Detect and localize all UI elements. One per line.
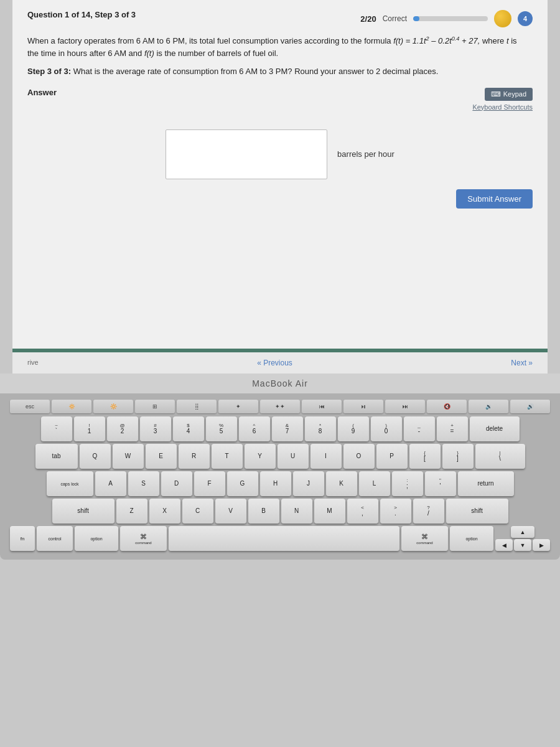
key-arrow-right[interactable]: ▶ — [533, 539, 550, 551]
key-s[interactable]: S — [128, 471, 159, 496]
answer-label: Answer — [27, 88, 57, 97]
key-l[interactable]: L — [359, 471, 390, 496]
key-quote[interactable]: "' — [425, 471, 456, 496]
correct-badge: Correct — [383, 14, 407, 23]
step-instruction: Step 3 of 3: What is the average rate of… — [27, 65, 533, 78]
key-delete[interactable]: delete — [470, 416, 520, 441]
t-var: t — [506, 36, 509, 45]
fn-key-escape[interactable]: esc — [10, 400, 50, 413]
key-z[interactable]: Z — [116, 499, 147, 524]
next-link[interactable]: Next » — [511, 359, 533, 367]
key-t[interactable]: T — [212, 444, 243, 469]
key-2[interactable]: @2 — [107, 416, 138, 441]
key-arrow-up[interactable]: ▲ — [511, 526, 534, 538]
key-7[interactable]: &7 — [272, 416, 303, 441]
key-x[interactable]: X — [149, 499, 180, 524]
key-arrow-down[interactable]: ▼ — [514, 539, 531, 551]
previous-link[interactable]: « Previous — [257, 359, 292, 367]
fn-key-f12[interactable]: 🔊 — [510, 400, 550, 413]
problem-text: When a factory operates from 6 AM to 6 P… — [27, 35, 533, 59]
key-k[interactable]: K — [326, 471, 357, 496]
header-row: Question 1 of 14, Step 3 of 3 2/20 Corre… — [27, 10, 533, 27]
key-left-option[interactable]: option — [75, 526, 118, 551]
fn-key-f7[interactable]: ⏮ — [302, 400, 342, 413]
progress-area: 2/20 Correct 4 — [360, 10, 533, 27]
key-right-option[interactable]: option — [450, 526, 493, 551]
key-right-bracket[interactable]: }] — [442, 444, 474, 469]
key-m[interactable]: M — [314, 499, 345, 524]
key-space[interactable] — [169, 526, 399, 551]
key-0[interactable]: )0 — [371, 416, 402, 441]
key-right-shift[interactable]: shift — [446, 499, 508, 524]
qwerty-row: tab Q W E R T Y U I O P {[ }] |\ — [10, 444, 550, 469]
zxcv-row: shift Z X C V B N M <, >. ?/ shift — [10, 499, 550, 524]
fn-row: esc 🔅 🔆 ⊞ ⣿ ✦ ✦✦ ⏮ ⏯ ⏭ 🔇 — [10, 400, 550, 413]
key-left-command[interactable]: ⌘ command — [120, 526, 167, 551]
fn-key-f2[interactable]: 🔆 — [93, 400, 133, 413]
key-b[interactable]: B — [248, 499, 279, 524]
key-8[interactable]: *8 — [305, 416, 336, 441]
key-semicolon[interactable]: :; — [392, 471, 423, 496]
key-c[interactable]: C — [182, 499, 213, 524]
key-slash[interactable]: ?/ — [413, 499, 444, 524]
content-area: Question 1 of 14, Step 3 of 3 2/20 Corre… — [12, 0, 548, 349]
question-label: Question 1 of 14, Step 3 of 3 — [27, 10, 136, 19]
key-backtick[interactable]: ~` — [41, 416, 72, 441]
fn-key-f8[interactable]: ⏯ — [343, 400, 383, 413]
key-n[interactable]: N — [281, 499, 312, 524]
step-label: Step 3 of 3: — [27, 67, 71, 76]
answer-input-box[interactable] — [166, 129, 327, 179]
key-r[interactable]: R — [179, 444, 210, 469]
progress-bar-container — [413, 16, 488, 21]
key-w[interactable]: W — [113, 444, 144, 469]
key-5[interactable]: %5 — [206, 416, 237, 441]
key-period[interactable]: >. — [380, 499, 411, 524]
key-p[interactable]: P — [376, 444, 408, 469]
key-g[interactable]: G — [227, 471, 258, 496]
key-f[interactable]: F — [194, 471, 225, 496]
key-equals[interactable]: += — [437, 416, 468, 441]
keyboard-shortcuts-link[interactable]: Keyboard Shortcuts — [472, 103, 533, 111]
key-minus[interactable]: _- — [404, 416, 435, 441]
key-3[interactable]: #3 — [140, 416, 171, 441]
key-a[interactable]: A — [95, 471, 126, 496]
fn-key-f6[interactable]: ✦✦ — [260, 400, 300, 413]
fn-key-f5[interactable]: ✦ — [218, 400, 258, 413]
key-u[interactable]: U — [278, 444, 309, 469]
fn-key-f9[interactable]: ⏭ — [385, 400, 425, 413]
key-o[interactable]: O — [343, 444, 375, 469]
key-y[interactable]: Y — [245, 444, 276, 469]
key-e[interactable]: E — [146, 444, 177, 469]
screen: Question 1 of 14, Step 3 of 3 2/20 Corre… — [12, 0, 548, 374]
submit-button[interactable]: Submit Answer — [456, 189, 533, 209]
key-i[interactable]: I — [310, 444, 342, 469]
key-comma[interactable]: <, — [347, 499, 378, 524]
key-q[interactable]: Q — [80, 444, 111, 469]
fn-key-f3[interactable]: ⊞ — [135, 400, 175, 413]
key-j[interactable]: J — [293, 471, 324, 496]
fn-key-f10[interactable]: 🔇 — [427, 400, 467, 413]
key-caps-lock[interactable]: caps lock — [47, 471, 93, 496]
key-1[interactable]: !1 — [74, 416, 105, 441]
key-tab[interactable]: tab — [35, 444, 78, 469]
key-9[interactable]: (9 — [338, 416, 369, 441]
key-return[interactable]: return — [458, 471, 514, 496]
coin-icon — [494, 10, 511, 27]
key-control[interactable]: control — [37, 526, 73, 551]
answer-section: Answer ⌨ Keypad Keyboard Shortcuts barre… — [27, 88, 533, 179]
key-d[interactable]: D — [161, 471, 192, 496]
key-backslash[interactable]: |\ — [475, 444, 525, 469]
key-arrow-left[interactable]: ◀ — [495, 539, 513, 551]
fn-key-f1[interactable]: 🔅 — [52, 400, 91, 413]
key-6[interactable]: ^6 — [239, 416, 270, 441]
key-fn[interactable]: fn — [10, 526, 35, 551]
keypad-button[interactable]: ⌨ Keypad — [485, 88, 533, 101]
fn-key-f4[interactable]: ⣿ — [177, 400, 217, 413]
key-v[interactable]: V — [215, 499, 246, 524]
key-right-command[interactable]: ⌘ command — [401, 526, 448, 551]
key-4[interactable]: $4 — [173, 416, 204, 441]
key-left-bracket[interactable]: {[ — [409, 444, 441, 469]
key-left-shift[interactable]: shift — [52, 499, 114, 524]
key-h[interactable]: H — [260, 471, 291, 496]
fn-key-f11[interactable]: 🔉 — [469, 400, 508, 413]
